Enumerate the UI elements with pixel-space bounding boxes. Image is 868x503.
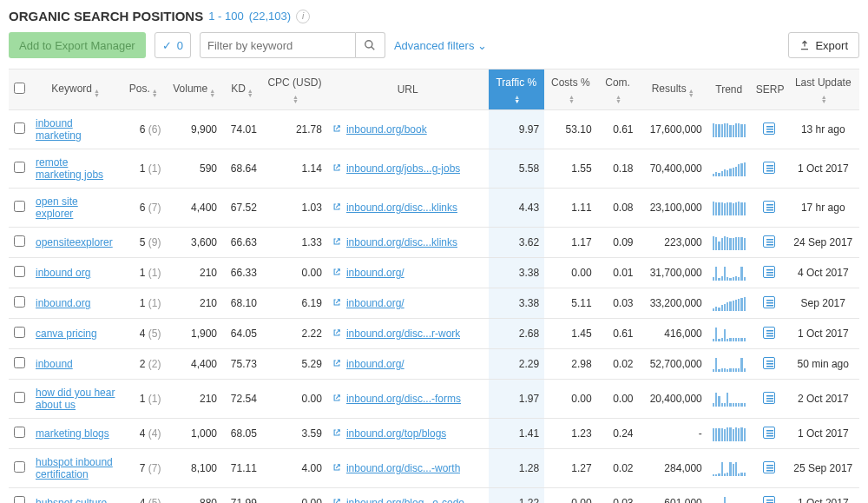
external-link-icon[interactable] (332, 202, 341, 214)
keyword-link[interactable]: how did you hear about us (36, 387, 115, 411)
external-link-icon[interactable] (332, 162, 341, 175)
keyword-link[interactable]: hubspot inbound certification (36, 456, 113, 480)
external-link-icon[interactable] (332, 358, 341, 370)
lastupdate-cell: 17 hr ago (786, 189, 859, 228)
external-link-icon[interactable] (332, 427, 341, 440)
col-volume[interactable]: Volume▲▼ (166, 69, 222, 110)
lastupdate-cell: 25 Sep 2017 (786, 449, 859, 488)
row-checkbox[interactable] (14, 296, 25, 308)
keyword-link[interactable]: inbound.org (36, 297, 90, 309)
external-link-icon[interactable] (332, 236, 341, 248)
advanced-filters-link[interactable]: Advanced filters ⌄ (394, 39, 488, 52)
keyword-link[interactable]: marketing blogs (36, 427, 109, 440)
keyword-link[interactable]: opensiteexplorer (36, 236, 113, 248)
filter-keyword-input[interactable] (200, 32, 356, 58)
col-costs[interactable]: Costs %▲▼ (544, 69, 596, 110)
external-link-icon[interactable] (332, 123, 341, 136)
keyword-link[interactable]: hubspot culture (36, 497, 107, 503)
keyword-link[interactable]: inbound marketing (36, 117, 82, 142)
com-cell: 0.09 (597, 228, 639, 258)
serp-icon[interactable] (763, 392, 775, 404)
page-count: (22,103) (249, 10, 291, 23)
url-link[interactable]: inbound.org/book (346, 123, 427, 136)
external-link-icon[interactable] (332, 462, 341, 474)
add-to-export-manager-button[interactable]: Add to Export Manager (9, 32, 146, 58)
select-all-checkbox[interactable] (14, 83, 25, 94)
keyword-link[interactable]: inbound org (36, 267, 90, 279)
row-checkbox[interactable] (14, 427, 25, 438)
serp-icon[interactable] (763, 427, 775, 439)
pos-cell: 4 (5) (121, 488, 166, 504)
serp-icon[interactable] (763, 327, 775, 339)
url-link[interactable]: inbound.org/jobs...g-jobs (346, 162, 460, 175)
col-results[interactable]: Results▲▼ (639, 69, 707, 110)
selection-count-button[interactable]: ✓ 0 (155, 32, 191, 58)
external-link-icon[interactable] (332, 267, 341, 279)
row-checkbox[interactable] (14, 162, 25, 173)
table-row: hubspot inbound certification7 (7)8,1007… (9, 449, 859, 488)
results-cell: 416,000 (639, 319, 707, 349)
col-traffic[interactable]: Traffic %▲▼ (489, 69, 545, 110)
row-checkbox[interactable] (14, 461, 25, 473)
col-url[interactable]: URL (327, 69, 489, 110)
row-checkbox[interactable] (14, 392, 25, 403)
row-checkbox[interactable] (14, 235, 25, 247)
serp-icon[interactable] (763, 461, 775, 473)
serp-icon[interactable] (763, 201, 775, 213)
external-link-icon[interactable] (332, 328, 341, 340)
pos-cell: 1 (1) (121, 258, 166, 288)
row-checkbox[interactable] (14, 496, 25, 503)
row-checkbox[interactable] (14, 122, 25, 134)
cpc-cell: 0.00 (262, 380, 327, 419)
url-link[interactable]: inbound.org/disc...-forms (346, 393, 461, 405)
col-com[interactable]: Com.▲▼ (597, 69, 639, 110)
serp-icon[interactable] (763, 357, 775, 369)
row-checkbox[interactable] (14, 327, 25, 338)
col-lastupdate[interactable]: Last Update▲▼ (786, 69, 859, 110)
external-link-icon[interactable] (332, 497, 341, 503)
serp-icon[interactable] (763, 235, 775, 248)
volume-cell: 8,100 (166, 449, 222, 488)
serp-icon[interactable] (763, 496, 775, 504)
serp-icon[interactable] (763, 296, 775, 308)
keyword-link[interactable]: remote marketing jobs (36, 156, 103, 181)
keyword-link[interactable]: canva pricing (36, 328, 97, 340)
url-link[interactable]: inbound.org/ (346, 267, 404, 279)
keyword-link[interactable]: open site explorer (36, 195, 78, 220)
export-button[interactable]: Export (788, 32, 859, 58)
url-link[interactable]: inbound.org/disc...klinks (346, 236, 457, 248)
results-cell: 70,400,000 (639, 149, 707, 189)
row-checkbox[interactable] (14, 357, 25, 368)
trend-cell (707, 449, 751, 488)
serp-icon[interactable] (763, 162, 775, 174)
external-link-icon[interactable] (332, 393, 341, 405)
page-title: ORGANIC SEARCH POSITIONS (9, 9, 203, 23)
info-icon[interactable]: i (296, 10, 310, 23)
filter-search-button[interactable] (356, 32, 385, 58)
com-cell: 0.02 (597, 449, 639, 488)
url-link[interactable]: inbound.org/disc...klinks (346, 202, 457, 214)
col-cpc[interactable]: CPC (USD)▲▼ (262, 69, 327, 110)
keyword-link[interactable]: inbound (36, 358, 73, 370)
col-pos[interactable]: Pos.▲▼ (121, 69, 166, 110)
col-keyword[interactable]: Keyword▲▼ (30, 69, 121, 110)
results-cell: 33,200,000 (639, 288, 707, 319)
row-checkbox[interactable] (14, 266, 25, 277)
results-cell: 23,100,000 (639, 189, 707, 228)
serp-icon[interactable] (763, 266, 775, 278)
table-row: how did you hear about us1 (1)21072.540.… (9, 380, 859, 419)
url-link[interactable]: inbound.org/blog...e-code (346, 497, 464, 503)
volume-cell: 4,400 (166, 189, 222, 228)
url-link[interactable]: inbound.org/top/blogs (346, 427, 446, 440)
com-cell: 0.02 (597, 349, 639, 380)
row-checkbox[interactable] (14, 201, 25, 212)
url-link[interactable]: inbound.org/ (346, 358, 404, 370)
external-link-icon[interactable] (332, 297, 341, 309)
serp-icon[interactable] (763, 122, 775, 135)
lastupdate-cell: 2 Oct 2017 (786, 380, 859, 419)
traffic-cell: 1.41 (489, 419, 545, 449)
url-link[interactable]: inbound.org/disc...-worth (346, 462, 460, 474)
col-kd[interactable]: KD▲▼ (222, 69, 262, 110)
url-link[interactable]: inbound.org/ (346, 297, 404, 309)
url-link[interactable]: inbound.org/disc...r-work (346, 328, 460, 340)
